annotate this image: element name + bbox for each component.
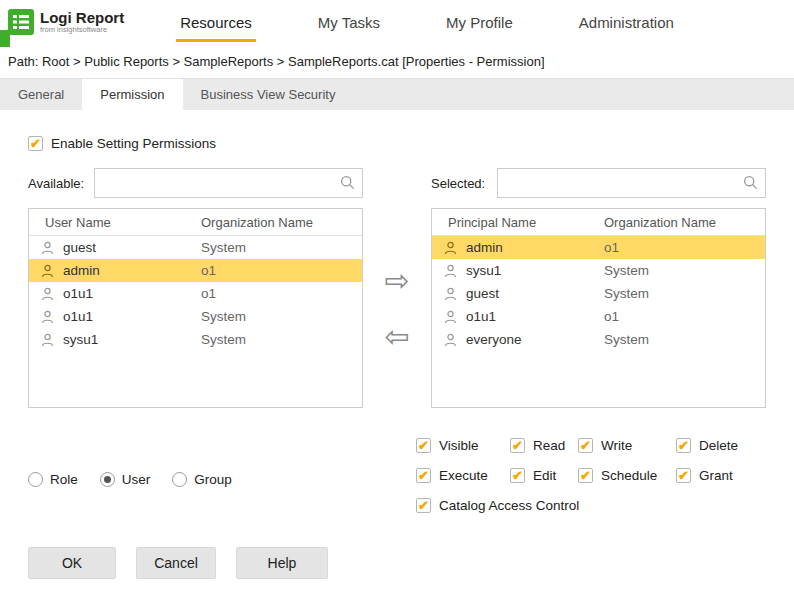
available-label: Available:	[28, 176, 94, 191]
list-item[interactable]: guest System	[29, 236, 362, 259]
user-icon	[41, 333, 57, 347]
column-header-user-name: User Name	[45, 215, 201, 230]
radio-icon[interactable]	[28, 472, 43, 487]
checkbox-icon[interactable]	[510, 468, 525, 483]
checkbox-schedule[interactable]: Schedule	[578, 468, 676, 483]
permission-panel: Enable Setting Permissions Available: Us…	[0, 110, 794, 513]
available-list-header: User Name Organization Name	[29, 209, 362, 236]
transfer-panels: Available: User Name Organization Name g…	[28, 168, 766, 408]
checkbox-execute[interactable]: Execute	[416, 468, 510, 483]
enable-setting-permissions-label: Enable Setting Permissions	[51, 136, 216, 151]
column-header-organization-name: Organization Name	[604, 215, 716, 230]
principal-type-radio-group: Role User Group	[28, 472, 232, 487]
checkbox-icon[interactable]	[416, 498, 431, 513]
list-item[interactable]: everyone System	[432, 328, 765, 351]
left-edge-accent	[0, 30, 10, 47]
user-icon	[444, 264, 460, 278]
help-button[interactable]: Help	[236, 547, 328, 579]
nav-resources[interactable]: Resources	[176, 3, 256, 42]
user-icon	[41, 287, 57, 301]
move-left-icon[interactable]: ⇦	[384, 322, 409, 352]
user-icon	[41, 264, 57, 278]
move-right-icon[interactable]: ⇨	[384, 266, 409, 296]
search-icon	[743, 175, 758, 190]
nav-administration[interactable]: Administration	[575, 3, 678, 42]
checkbox-icon[interactable]	[676, 438, 691, 453]
list-item[interactable]: guest System	[432, 282, 765, 305]
checkbox-grant[interactable]: Grant	[676, 468, 766, 483]
checkbox-icon[interactable]	[28, 136, 43, 151]
checkbox-icon[interactable]	[676, 468, 691, 483]
user-icon	[444, 310, 460, 324]
brand-name: Logi Report	[40, 10, 124, 25]
bottom-options: Role User Group Visible Read	[28, 438, 766, 513]
column-header-principal-name: Principal Name	[448, 215, 604, 230]
checkbox-write[interactable]: Write	[578, 438, 676, 453]
user-icon	[444, 241, 460, 255]
brand-subtitle: from insightsoftware	[40, 25, 124, 34]
column-header-organization-name: Organization Name	[201, 215, 313, 230]
radio-user[interactable]: User	[100, 472, 151, 487]
search-icon	[340, 175, 355, 190]
breadcrumb: Path: Root > Public Reports > SampleRepo…	[0, 44, 794, 78]
ok-button[interactable]: OK	[28, 547, 116, 579]
nav-my-profile[interactable]: My Profile	[442, 3, 517, 42]
selected-list: Principal Name Organization Name admin o…	[431, 208, 766, 408]
user-icon	[444, 287, 460, 301]
permission-checkbox-grid: Visible Read Write Delete Execute Edit	[416, 438, 766, 513]
checkbox-icon[interactable]	[578, 468, 593, 483]
user-icon	[444, 333, 460, 347]
list-item[interactable]: o1u1 o1	[432, 305, 765, 328]
logo[interactable]: Logi Report from insightsoftware	[8, 9, 124, 35]
checkbox-icon[interactable]	[416, 438, 431, 453]
checkbox-icon[interactable]	[416, 468, 431, 483]
list-item[interactable]: admin o1	[29, 259, 362, 282]
list-item[interactable]: sysu1 System	[29, 328, 362, 351]
enable-setting-permissions-checkbox[interactable]: Enable Setting Permissions	[28, 136, 216, 151]
main-nav: Resources My Tasks My Profile Administra…	[176, 3, 678, 42]
radio-icon[interactable]	[172, 472, 187, 487]
footer-buttons: OK Cancel Help	[0, 547, 794, 579]
transfer-arrows: ⇨ ⇦	[363, 266, 431, 408]
checkbox-icon[interactable]	[510, 438, 525, 453]
tab-general[interactable]: General	[0, 79, 82, 110]
available-search-input[interactable]	[94, 168, 363, 198]
tab-permission[interactable]: Permission	[82, 79, 182, 110]
list-item[interactable]: sysu1 System	[432, 259, 765, 282]
selected-panel: Selected: Principal Name Organization Na…	[431, 168, 766, 408]
checkbox-read[interactable]: Read	[510, 438, 578, 453]
checkbox-icon[interactable]	[578, 438, 593, 453]
radio-group[interactable]: Group	[172, 472, 232, 487]
tab-business-view-security[interactable]: Business View Security	[183, 79, 354, 110]
user-icon	[41, 241, 57, 255]
checkbox-delete[interactable]: Delete	[676, 438, 766, 453]
radio-icon[interactable]	[100, 472, 115, 487]
checkbox-edit[interactable]: Edit	[510, 468, 578, 483]
list-item[interactable]: o1u1 o1	[29, 282, 362, 305]
logi-report-logo-icon	[8, 9, 34, 35]
selected-search-input[interactable]	[497, 168, 766, 198]
nav-my-tasks[interactable]: My Tasks	[314, 3, 384, 42]
top-nav-bar: Logi Report from insightsoftware Resourc…	[0, 0, 794, 44]
list-item[interactable]: admin o1	[432, 236, 765, 259]
cancel-button[interactable]: Cancel	[136, 547, 216, 579]
checkbox-catalog-access-control[interactable]: Catalog Access Control	[416, 498, 766, 513]
list-item[interactable]: o1u1 System	[29, 305, 362, 328]
selected-list-header: Principal Name Organization Name	[432, 209, 765, 236]
tab-bar: General Permission Business View Securit…	[0, 78, 794, 110]
radio-role[interactable]: Role	[28, 472, 78, 487]
available-panel: Available: User Name Organization Name g…	[28, 168, 363, 408]
user-icon	[41, 310, 57, 324]
selected-label: Selected:	[431, 176, 497, 191]
available-list: User Name Organization Name guest System…	[28, 208, 363, 408]
checkbox-visible[interactable]: Visible	[416, 438, 510, 453]
